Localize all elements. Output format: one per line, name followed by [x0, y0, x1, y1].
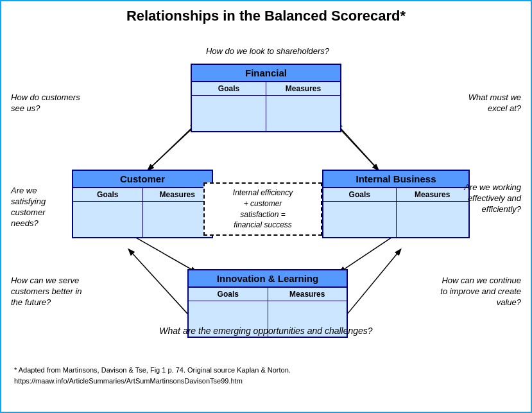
internal-goals-body [323, 202, 397, 237]
footer-line1: * Adapted from Martinsons, Davison & Tse… [14, 365, 518, 376]
annotation-bottom-right: How can we continue to improve and creat… [438, 276, 521, 308]
customer-box: Customer Goals Measures [72, 170, 213, 238]
financial-goals: Goals [192, 82, 266, 96]
footer: * Adapted from Martinsons, Davison & Tse… [14, 365, 518, 386]
customer-title: Customer [73, 171, 212, 188]
innovation-title: Innovation & Learning [189, 270, 347, 288]
financial-title: Financial [192, 65, 340, 82]
svg-line-4 [129, 234, 196, 272]
svg-line-5 [339, 234, 397, 272]
center-text-box: Internal efficiency+ customersatisfactio… [203, 182, 322, 236]
customer-goals-body [73, 202, 143, 237]
annotation-bottom-left: How can we serve customers better in the… [11, 276, 94, 308]
svg-line-7 [339, 250, 400, 323]
annotation-top: How do we look to shareholders? [155, 46, 380, 57]
financial-measures: Measures [266, 82, 340, 96]
page-title: Relationships in the Balanced Scorecard* [8, 8, 524, 24]
internal-goals: Goals [323, 188, 397, 202]
diagram-area: Financial Goals Measures Customer Goals … [8, 28, 524, 391]
annotation-left-top: How do customers see us? [11, 92, 82, 114]
annotation-left-bottom: Are we satisfying customer needs? [11, 186, 72, 229]
financial-measures-body [266, 96, 340, 131]
financial-box: Financial Goals Measures [191, 64, 341, 132]
svg-line-9 [336, 124, 381, 173]
annotation-right-bottom: Are we working effectively and efficient… [454, 182, 521, 215]
innovation-goals: Goals [189, 288, 268, 301]
customer-measures: Measures [143, 188, 212, 202]
footer-line2: https://maaw.info/ArticleSummaries/ArtSu… [14, 376, 518, 387]
main-container: Relationships in the Balanced Scorecard* [0, 0, 532, 413]
innovation-measures: Measures [268, 288, 347, 301]
financial-goals-body [192, 96, 266, 131]
internal-box: Internal Business Goals Measures [322, 170, 470, 238]
internal-title: Internal Business [323, 171, 468, 188]
annotation-bottom-center: What are the emerging opportunities and … [8, 325, 524, 337]
annotation-right-top: What must we excel at? [450, 92, 521, 114]
svg-line-6 [129, 250, 196, 323]
customer-measures-body [143, 202, 212, 237]
svg-line-8 [145, 124, 196, 173]
customer-goals: Goals [73, 188, 143, 202]
center-text: Internal efficiency+ customersatisfactio… [233, 188, 293, 229]
